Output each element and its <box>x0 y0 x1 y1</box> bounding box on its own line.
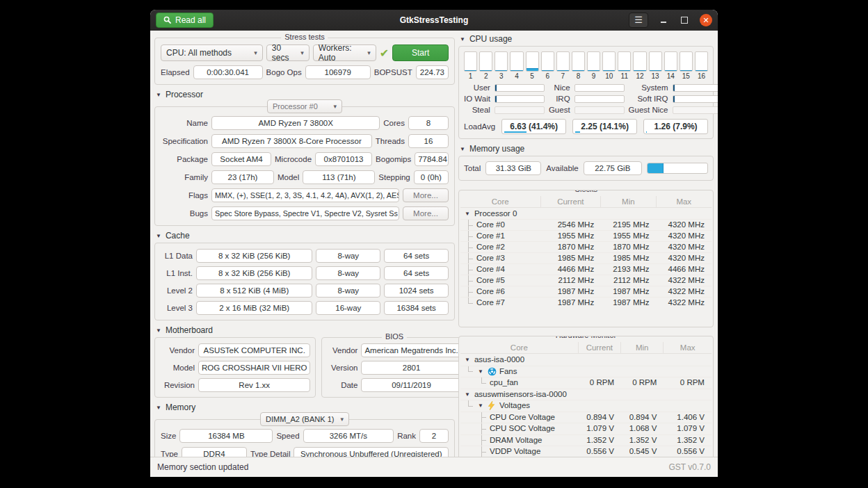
stress-duration-dropdown[interactable]: 30 secs▾ <box>266 44 310 61</box>
tree-group-voltages[interactable]: ▼Voltages <box>460 400 712 412</box>
microcode-value[interactable]: 0x8701013 <box>315 152 372 166</box>
bios-vendor-value[interactable]: American Megatrends Inc. <box>361 343 461 357</box>
tree-row-core-5[interactable]: Core #52112 MHz2112 MHz4322 MHz <box>460 275 712 286</box>
stepping-value[interactable]: 0 (0h) <box>414 170 449 184</box>
level2-sets[interactable]: 1024 sets <box>384 284 449 298</box>
memory-available-value[interactable]: 22.75 GiB <box>584 161 642 175</box>
l1-inst-size[interactable]: 8 x 32 KiB (256 KiB) <box>196 266 312 280</box>
mb-model-value[interactable]: ROG CROSSHAIR VII HERO <box>198 361 310 375</box>
dimm-rank-value[interactable]: 2 <box>419 429 449 443</box>
col-core[interactable]: Core <box>460 196 541 208</box>
tree-row-core-7[interactable]: Core #71987 MHz1987 MHz4322 MHz <box>460 297 712 308</box>
l1-inst-ways[interactable]: 8-way <box>316 266 380 280</box>
stress-workers-dropdown[interactable]: Workers: Auto▾ <box>313 44 376 61</box>
cpu-name-value[interactable]: AMD Ryzen 7 3800X <box>211 116 380 130</box>
flags-value[interactable]: MMX, (+), SSE(1, 2, 3, 3S, 4.1, 4.2, 4A)… <box>211 188 399 202</box>
minimize-button[interactable] <box>658 15 669 26</box>
l1-data-ways[interactable]: 8-way <box>316 249 380 263</box>
motherboard-expander[interactable]: ▼ Motherboard <box>156 325 455 335</box>
start-button[interactable]: Start <box>392 44 449 61</box>
tree-row-core-2[interactable]: Core #21870 MHz1870 MHz4320 MHz <box>460 241 712 252</box>
memory-total-value[interactable]: 31.33 GiB <box>485 161 541 175</box>
threads-value[interactable]: 16 <box>408 134 449 148</box>
tree-row-core-3[interactable]: Core #31985 MHz1985 MHz4320 MHz <box>460 252 712 263</box>
col-min[interactable]: Min <box>601 196 656 208</box>
tree-row-vddp-voltage[interactable]: VDDP Voltage0.556 V0.545 V0.556 V <box>460 446 712 457</box>
l1-inst-sets[interactable]: 64 sets <box>384 266 449 280</box>
col-max[interactable]: Max <box>657 196 712 208</box>
bogomips-value[interactable]: 7784.84 <box>415 152 449 166</box>
mb-vendor-value[interactable]: ASUSTeK COMPUTER INC. <box>198 343 310 357</box>
tree-row-core-6[interactable]: Core #61987 MHz1987 MHz4322 MHz <box>460 286 712 297</box>
col-max[interactable]: Max <box>664 342 712 354</box>
level2-ways[interactable]: 8-way <box>316 284 380 298</box>
tree-row-core-4[interactable]: Core #44466 MHz2193 MHz4466 MHz <box>460 263 712 275</box>
dimm-type-value[interactable]: DDR4 <box>182 447 247 457</box>
tree-row-dram-voltage[interactable]: DRAM Voltage1.352 V1.352 V1.352 V <box>460 434 712 446</box>
close-button[interactable]: ✕ <box>700 14 712 26</box>
level3-ways[interactable]: 16-way <box>316 301 380 315</box>
irq-label: IRQ <box>549 95 570 103</box>
read-all-button[interactable]: Read all <box>156 13 214 28</box>
level3-sets[interactable]: 16384 sets <box>384 301 449 315</box>
bios-version-value[interactable]: 2801 <box>361 361 461 375</box>
cpu-spec-value[interactable]: AMD Ryzen 7 3800X 8-Core Processor <box>211 134 372 148</box>
tree-row-cpu-core-voltage[interactable]: CPU Core Voltage0.894 V0.894 V1.406 V <box>460 412 712 423</box>
bugs-value[interactable]: Spec Store Bypass, Spectre V1, Spectre V… <box>211 206 399 220</box>
tree-group-fans[interactable]: ▼Fans <box>460 366 712 377</box>
memory-expander[interactable]: ▼ Memory <box>156 402 455 412</box>
bopsust-value[interactable]: 224.73 <box>416 65 449 79</box>
tree-row-cpu-soc-voltage[interactable]: CPU SOC Voltage1.079 V1.068 V1.079 V <box>460 423 712 434</box>
loadavg-value-3[interactable]: 1.26 (7.9%) <box>643 119 708 134</box>
col-current[interactable]: Current <box>541 196 602 208</box>
dimm-type-detail-value[interactable]: Synchronous Unbuffered (Unregistered) <box>294 447 449 457</box>
cpu-usage-expander[interactable]: ▼ CPU usage <box>460 34 714 44</box>
l1-data-size[interactable]: 8 x 32 KiB (256 KiB) <box>196 249 312 263</box>
bugs-more-button[interactable]: More... <box>403 206 449 220</box>
expander-triangle-icon[interactable]: ▼ <box>463 355 472 366</box>
stress-method-dropdown[interactable]: CPU: All methods▾ <box>161 44 263 61</box>
stepping-label: Stepping <box>378 173 410 181</box>
loadavg-value-2[interactable]: 2.25 (14.1%) <box>572 119 637 134</box>
package-value[interactable]: Socket AM4 <box>211 152 271 166</box>
col-min[interactable]: Min <box>621 342 664 354</box>
l1-data-sets[interactable]: 64 sets <box>384 249 449 263</box>
family-value[interactable]: 23 (17h) <box>211 170 274 184</box>
bios-date-value[interactable]: 09/11/2019 <box>361 378 461 392</box>
tree-group-asuswmisensors-isa-0000[interactable]: ▼asuswmisensors-isa-0000 <box>460 389 712 400</box>
cpu-stat-grid: UserNiceSystemIO WaitIRQSoft IRQStealGue… <box>464 83 708 114</box>
tree-group-asus-isa-0000[interactable]: ▼asus-isa-0000 <box>460 354 712 366</box>
model-value[interactable]: 113 (71h) <box>303 170 375 184</box>
bogo-ops-value[interactable]: 106979 <box>305 65 371 79</box>
chevron-down-icon: ▾ <box>362 49 371 56</box>
maximize-button[interactable] <box>679 15 690 26</box>
bogomips-label: Bogomips <box>376 155 411 163</box>
tree-group-processor-0[interactable]: ▼Processor 0 <box>460 208 712 219</box>
level2-size[interactable]: 8 x 512 KiB (4 MiB) <box>196 284 312 298</box>
processor-expander[interactable]: ▼ Processor <box>156 90 455 99</box>
expander-triangle-icon[interactable]: ▼ <box>463 209 472 219</box>
loadavg-value-1[interactable]: 6.63 (41.4%) <box>501 119 566 134</box>
expander-triangle-icon[interactable]: ▼ <box>463 389 472 400</box>
mb-revision-value[interactable]: Rev 1.xx <box>198 378 310 392</box>
user-progressbar <box>495 84 545 92</box>
level3-size[interactable]: 2 x 16 MiB (32 MiB) <box>196 301 312 315</box>
expander-triangle-icon[interactable]: ▼ <box>476 366 485 377</box>
elapsed-value[interactable]: 0:00:30.041 <box>193 65 263 79</box>
tree-row-core-1[interactable]: Core #11955 MHz1955 MHz4320 MHz <box>460 230 712 241</box>
col-core[interactable]: Core <box>460 342 579 354</box>
processor-selector-dropdown[interactable]: Processor #0▾ <box>267 99 342 113</box>
dimm-size-value[interactable]: 16384 MB <box>179 429 273 443</box>
dimm-speed-value[interactable]: 3266 MT/s <box>303 429 394 443</box>
dimm-selector-dropdown[interactable]: DIMM_A2 (BANK 1)▾ <box>260 412 349 426</box>
memory-usage-expander[interactable]: ▼ Memory usage <box>460 144 714 154</box>
cache-expander[interactable]: ▼ Cache <box>156 231 455 241</box>
tree-row-core-0[interactable]: Core #02546 MHz2195 MHz4320 MHz <box>460 219 712 230</box>
hamburger-menu-button[interactable]: ☰ <box>629 13 648 28</box>
col-current[interactable]: Current <box>579 342 621 354</box>
type-detail-label: Type Detail <box>250 450 291 457</box>
flags-more-button[interactable]: More... <box>403 188 449 202</box>
tree-row-cpu-fan[interactable]: cpu_fan0 RPM0 RPM0 RPM <box>460 377 712 389</box>
cores-value[interactable]: 8 <box>408 116 449 130</box>
expander-triangle-icon[interactable]: ▼ <box>476 400 485 412</box>
